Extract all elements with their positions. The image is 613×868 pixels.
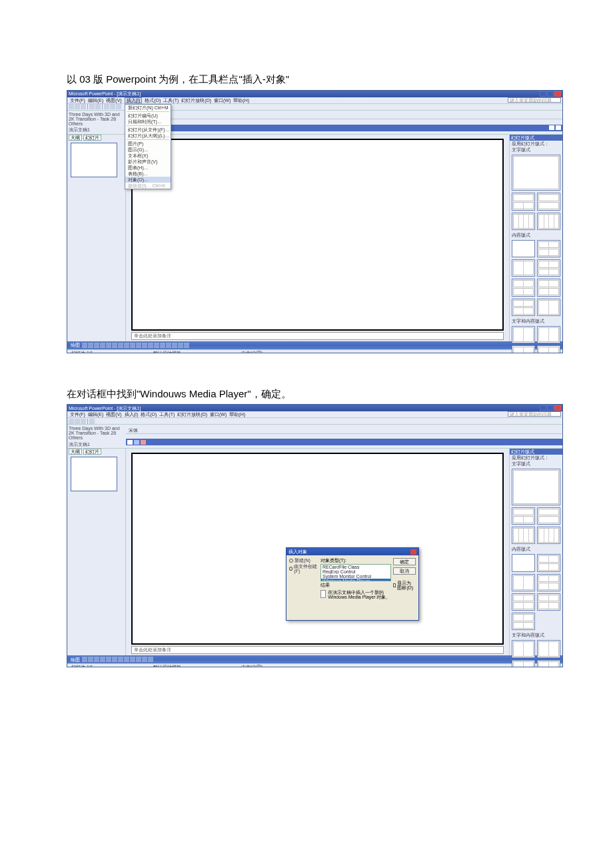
window-titlebar[interactable]: Microsoft PowerPoint - [演示文稿1] 键入需要帮助的问题: [67, 405, 562, 411]
oval-icon[interactable]: [106, 657, 111, 662]
design-icon[interactable]: [549, 125, 554, 130]
task-pane[interactable]: 幻灯片版式 应用幻灯片版式： 文字版式 内容版式: [509, 449, 562, 655]
slide-thumbnail-1[interactable]: [71, 143, 117, 177]
menu-file[interactable]: 文件(F): [70, 412, 85, 417]
radio-from-file[interactable]: 由文件创建(F): [289, 564, 318, 573]
list-item[interactable]: RECardFile Class: [321, 565, 390, 569]
list-item[interactable]: System Monitor Control: [321, 574, 390, 579]
layout-title[interactable]: [512, 469, 560, 505]
insert-dropdown[interactable]: 新幻灯片(N) Ctrl+M 幻灯片编号(U) 日期和时间(T)… 幻灯片(从文…: [125, 104, 171, 189]
layout-tc1[interactable]: [512, 640, 535, 657]
arrow-icon[interactable]: [94, 657, 99, 662]
layout-2col[interactable]: [512, 193, 535, 210]
layout-tc4[interactable]: [537, 660, 560, 668]
diagram-icon[interactable]: [124, 343, 129, 348]
menu-edit[interactable]: 编辑(E): [88, 412, 103, 417]
radio-new[interactable]: 新建(N): [289, 558, 318, 563]
menu-view[interactable]: 视图(V): [106, 98, 121, 103]
menu-bar[interactable]: 文件(F) 编辑(E) 视图(V) 插入(I) 格式(O) 工具(T) 幻灯片放…: [67, 411, 562, 418]
picture-icon[interactable]: [130, 657, 135, 662]
menu-insert[interactable]: 插入(I): [125, 412, 139, 417]
layout-c2[interactable]: [512, 574, 535, 591]
print-icon[interactable]: [89, 419, 95, 424]
slide-editor[interactable]: 单击此处添加备注: [126, 135, 509, 341]
layout-tc3[interactable]: [512, 660, 535, 668]
menu-view[interactable]: 视图(V): [106, 412, 121, 417]
save-icon[interactable]: [81, 104, 86, 109]
clipart-icon[interactable]: [124, 657, 129, 662]
autoshape-icon[interactable]: [82, 657, 87, 662]
layout-c4[interactable]: [512, 593, 535, 611]
menu-slideshow[interactable]: 幻灯片放映(D): [181, 98, 211, 103]
font-name[interactable]: 宋体: [127, 428, 139, 433]
close-button[interactable]: [554, 91, 561, 97]
new-icon[interactable]: [69, 419, 74, 424]
rect-icon[interactable]: [100, 657, 105, 662]
menu-slides-from-outline[interactable]: 幻灯片(从大纲)(L)…: [125, 133, 171, 139]
menu-slide-number[interactable]: 幻灯片编号(U): [125, 113, 171, 119]
list-item[interactable]: RegExp Control: [321, 569, 390, 574]
menu-edit[interactable]: 编辑(E): [88, 98, 103, 103]
textbox-icon[interactable]: [112, 343, 117, 348]
cancel-button[interactable]: 取消: [393, 567, 416, 575]
arrow-icon[interactable]: [94, 343, 99, 348]
textbox-icon[interactable]: [112, 657, 117, 662]
menu-chart[interactable]: 图表(H)…: [125, 165, 171, 171]
notes-pane[interactable]: 单击此处添加备注: [131, 332, 504, 340]
autoshape-icon[interactable]: [82, 343, 87, 348]
format-toolbar-3[interactable]: [126, 125, 562, 131]
standard-toolbar[interactable]: [67, 418, 562, 425]
menu-diagram[interactable]: 图示(G)…: [125, 147, 171, 153]
menu-picture[interactable]: 图片(P): [125, 141, 171, 147]
tab-slides[interactable]: 幻灯片: [83, 135, 101, 141]
layout-c3[interactable]: [537, 259, 560, 277]
menu-insert[interactable]: 插入(I): [125, 97, 143, 103]
slide-panel[interactable]: 大纲 幻灯片: [67, 449, 126, 655]
menu-textbox[interactable]: 文本框(X): [125, 153, 171, 159]
layout-c4[interactable]: [512, 279, 535, 296]
layout-tc2[interactable]: [537, 640, 560, 657]
close-button[interactable]: [554, 405, 561, 411]
minimize-button[interactable]: [540, 405, 546, 411]
cut-icon[interactable]: [104, 104, 109, 109]
preview-icon[interactable]: [95, 104, 101, 109]
menu-table[interactable]: 表格(B)…: [125, 171, 171, 177]
layout-content[interactable]: [537, 554, 560, 571]
layout-bullets[interactable]: [537, 193, 560, 210]
slide-editor[interactable]: 单击此处添加备注 插入对象 新建(N) 由文件创建(F) 对象类型(T):: [126, 449, 509, 655]
drawing-toolbar[interactable]: 绘图: [67, 341, 562, 349]
menu-new-slide[interactable]: 新幻灯片(N) Ctrl+M: [125, 105, 171, 111]
layout-2col[interactable]: [512, 507, 535, 525]
align-left-icon[interactable]: [127, 440, 133, 445]
menu-tools[interactable]: 工具(T): [163, 98, 179, 103]
linestyle-icon[interactable]: [160, 343, 165, 348]
layout-icon[interactable]: [556, 125, 561, 130]
menu-object[interactable]: 对象(O)…: [125, 177, 171, 183]
layout-c7[interactable]: [537, 299, 560, 316]
fontcolor-icon[interactable]: [148, 657, 153, 662]
slide-thumbnail-1[interactable]: [71, 457, 117, 491]
linecolor-icon[interactable]: [142, 657, 147, 662]
fill-color-icon[interactable]: [134, 440, 139, 445]
menu-hyperlink[interactable]: 超链接(I)… Ctrl+K: [125, 183, 171, 189]
layout-cols[interactable]: [512, 213, 535, 230]
menu-help[interactable]: 帮助(H): [229, 412, 245, 417]
menu-window[interactable]: 窗口(W): [210, 412, 227, 417]
menu-format[interactable]: 格式(O): [141, 412, 157, 417]
font-color-icon[interactable]: [141, 440, 146, 445]
menu-datetime[interactable]: 日期和时间(T)…: [125, 119, 171, 125]
layout-c3[interactable]: [537, 574, 560, 591]
layout-c5[interactable]: [537, 279, 560, 296]
display-as-icon-check[interactable]: 显示为图标(D): [393, 581, 416, 590]
arrowstyle-icon[interactable]: [172, 343, 177, 348]
format-toolbar-2[interactable]: 宋体: [126, 113, 562, 119]
fillcolor-icon[interactable]: [136, 657, 141, 662]
layout-tc2[interactable]: [537, 326, 560, 343]
save-icon[interactable]: [81, 419, 86, 424]
line-icon[interactable]: [88, 343, 93, 348]
3d-icon[interactable]: [184, 343, 189, 348]
menu-format[interactable]: 格式(O): [145, 98, 161, 103]
shadow-icon[interactable]: [178, 343, 183, 348]
minimize-button[interactable]: [540, 91, 546, 97]
menu-slideshow[interactable]: 幻灯片放映(D): [177, 412, 207, 417]
